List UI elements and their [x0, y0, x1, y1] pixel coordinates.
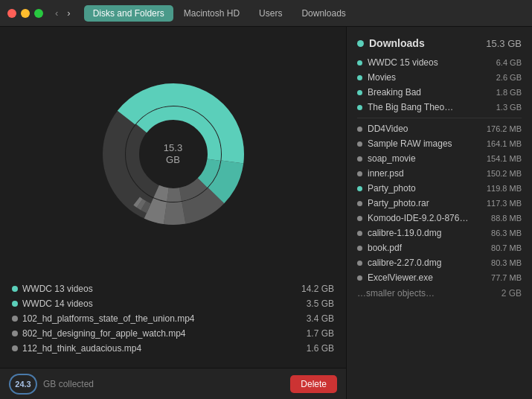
right-item-dot — [357, 216, 362, 221]
right-item-name: Breaking Bad — [368, 87, 421, 98]
right-item[interactable]: Breaking Bad 1.8 GB — [347, 85, 532, 100]
chart-center-label: 15.3 GB — [164, 142, 182, 165]
right-item-size: 6.4 GB — [496, 58, 522, 67]
file-size: 1.7 GB — [307, 328, 334, 339]
right-panel: Downloads 15.3 GB WWDC 15 videos 6.4 GB … — [346, 27, 532, 399]
collected-badge: 24.3 — [9, 374, 37, 395]
titlebar: ‹ › Disks and Folders Macintosh HD Users… — [0, 0, 532, 27]
file-row[interactable]: 802_hd_designing_for_apple_watch.mp4 1.7… — [12, 326, 334, 341]
main-content: 15.3 GB WWDC 13 videos 14.2 GB WWDC 14 v… — [0, 27, 532, 399]
right-item-name: soap_movie — [368, 153, 416, 164]
right-item-name: Party_photo.rar — [368, 198, 429, 208]
right-item-dot — [357, 201, 362, 206]
left-panel: 15.3 GB WWDC 13 videos 14.2 GB WWDC 14 v… — [0, 27, 346, 399]
right-item[interactable]: book.pdf 80.7 MB — [347, 240, 532, 255]
right-item[interactable]: Party_photo 119.8 MB — [347, 181, 532, 196]
right-panel-total-size: 15.3 GB — [486, 38, 522, 49]
tab-users[interactable]: Users — [250, 5, 291, 22]
file-name: 802_hd_designing_for_apple_watch.mp4 — [22, 328, 186, 339]
right-item-size: 119.8 MB — [487, 184, 522, 193]
right-item-dot — [357, 171, 362, 176]
file-dot — [12, 331, 18, 336]
right-item-size: 154.1 MB — [487, 154, 522, 163]
right-item-dot — [357, 105, 362, 110]
right-item-size: 80.3 MB — [491, 258, 522, 267]
file-row[interactable]: WWDC 13 videos 14.2 GB — [12, 281, 334, 296]
right-item-size: 164.1 MB — [487, 139, 522, 148]
right-item[interactable]: calibre-1.19.0.dmg 86.3 MB — [347, 226, 532, 240]
tab-bar: Disks and Folders Macintosh HD Users Dow… — [84, 5, 355, 22]
right-item[interactable]: The Big Bang Theo… 1.3 GB — [347, 100, 532, 115]
right-item-size: 1.8 GB — [496, 88, 522, 97]
donut-chart: 15.3 GB — [92, 72, 255, 236]
right-item-size: 88.8 MB — [491, 214, 522, 223]
right-item-size: 77.7 MB — [491, 273, 522, 282]
right-item-name: Movies — [368, 72, 396, 83]
file-size: 3.4 GB — [307, 313, 334, 324]
right-item-size: 117.3 MB — [487, 199, 522, 208]
right-item-dot — [357, 127, 362, 132]
right-item-size: 1.3 GB — [496, 103, 522, 112]
right-item[interactable]: Sample RAW images 164.1 MB — [347, 136, 532, 151]
file-row[interactable]: WWDC 14 videos 3.5 GB — [12, 296, 334, 311]
right-item-name: calibre-1.19.0.dmg — [368, 228, 441, 238]
right-item-size: 2.6 GB — [496, 73, 522, 82]
collected-label: GB collected — [43, 379, 284, 389]
right-item-dot — [357, 60, 362, 66]
right-item-size: 150.2 MB — [487, 169, 522, 178]
right-item-dot — [357, 75, 362, 80]
right-item[interactable]: soap_movie 154.1 MB — [347, 151, 532, 166]
file-name: 112_hd_think_audacious.mp4 — [22, 343, 141, 354]
file-size: 14.2 GB — [301, 284, 334, 294]
right-item[interactable]: inner.psd 150.2 MB — [347, 166, 532, 181]
right-item-dot — [357, 156, 362, 162]
right-item[interactable]: Movies 2.6 GB — [347, 70, 532, 85]
right-item[interactable]: WWDC 15 videos 6.4 GB — [347, 55, 532, 70]
maximize-button[interactable] — [34, 9, 43, 18]
right-item-size: 80.7 MB — [491, 243, 522, 252]
tab-macintosh-hd[interactable]: Macintosh HD — [175, 5, 249, 22]
file-name: 102_hd_platforms_state_of_the_union.mp4 — [22, 313, 195, 324]
file-row[interactable]: 112_hd_think_audacious.mp4 1.6 GB — [12, 341, 334, 356]
right-item-dot — [357, 141, 362, 147]
file-size: 1.6 GB — [307, 343, 334, 354]
right-item-dot — [357, 231, 362, 236]
window-controls — [7, 9, 43, 18]
file-list: WWDC 13 videos 14.2 GB WWDC 14 videos 3.… — [0, 281, 346, 362]
tab-disks-and-folders[interactable]: Disks and Folders — [84, 5, 173, 22]
right-item[interactable]: Komodo-IDE-9.2.0-876… 88.8 MB — [347, 211, 532, 226]
back-arrow[interactable]: ‹ — [52, 7, 61, 19]
right-item-name: The Big Bang Theo… — [368, 102, 453, 112]
right-item-name: WWDC 15 videos — [368, 57, 438, 68]
right-item-dot — [357, 275, 362, 281]
chart-unit: GB — [164, 154, 182, 166]
right-item-name: book.pdf — [368, 243, 402, 253]
right-item[interactable]: ExcelViewer.exe 77.7 MB — [347, 270, 532, 285]
right-item-size: 176.2 MB — [487, 124, 522, 133]
right-item-dot — [357, 186, 362, 191]
ellipsis-row: …smaller objects… 2 GB — [347, 285, 532, 301]
header-dot — [357, 40, 364, 47]
delete-button[interactable]: Delete — [290, 375, 337, 393]
right-item-name: Party_photo — [368, 183, 416, 194]
close-button[interactable] — [7, 9, 16, 18]
right-panel-header: Downloads 15.3 GB — [347, 34, 532, 55]
forward-arrow[interactable]: › — [64, 7, 73, 19]
minimize-button[interactable] — [21, 9, 30, 18]
right-item-size: 86.3 MB — [491, 229, 522, 237]
right-item-name: DD4Video — [368, 124, 408, 134]
ellipsis-size: 2 GB — [501, 288, 522, 299]
file-dot — [12, 316, 18, 322]
file-row[interactable]: 102_hd_platforms_state_of_the_union.mp4 … — [12, 311, 334, 326]
right-item[interactable]: DD4Video 176.2 MB — [347, 121, 532, 136]
chart-value: 15.3 — [164, 142, 182, 154]
file-dot — [12, 301, 18, 307]
file-size: 3.5 GB — [307, 299, 334, 309]
right-item[interactable]: Party_photo.rar 117.3 MB — [347, 196, 532, 211]
right-item[interactable]: calibre-2.27.0.dmg 80.3 MB — [347, 255, 532, 270]
ellipsis-label: …smaller objects… — [357, 288, 435, 299]
file-name: WWDC 13 videos — [22, 284, 93, 294]
right-item-name: Sample RAW images — [368, 138, 452, 149]
bottom-bar: 24.3 GB collected Delete — [0, 368, 346, 399]
tab-downloads[interactable]: Downloads — [292, 5, 354, 22]
